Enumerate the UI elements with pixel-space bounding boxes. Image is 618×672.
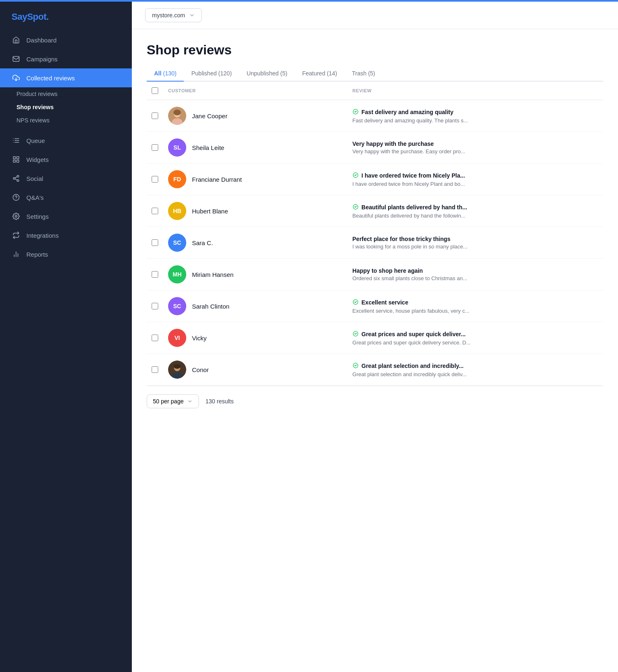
verified-icon bbox=[352, 362, 359, 370]
svg-point-19 bbox=[15, 215, 17, 218]
store-name: mystore.com bbox=[152, 12, 185, 19]
review-cell: Great plant selection and incredibly... … bbox=[347, 354, 603, 386]
review-body: I was looking for a moss pole in so many… bbox=[352, 244, 598, 250]
queue-label: Queue bbox=[26, 137, 45, 144]
review-body: Excellent service, house plants fabulous… bbox=[352, 308, 598, 314]
svg-point-25 bbox=[173, 110, 181, 115]
main-content: mystore.com Shop reviews All (130) Publi… bbox=[132, 2, 618, 672]
svg-point-29 bbox=[173, 364, 181, 369]
customer-name: Franciane Durrant bbox=[192, 176, 242, 183]
customer-cell: MH Miriam Hansen bbox=[168, 265, 342, 283]
sidebar-nav-item-collected-reviews[interactable]: Collected reviews bbox=[0, 68, 132, 87]
customer-cell: SL Sheila Leite bbox=[168, 138, 342, 157]
svg-line-15 bbox=[15, 179, 17, 180]
inbox-down-icon bbox=[12, 74, 21, 82]
share-icon bbox=[12, 175, 21, 182]
customer-cell: Conor bbox=[168, 361, 342, 379]
tab-published[interactable]: Published (120) bbox=[184, 66, 239, 82]
table-row: HB Hubert Blane Beautiful plants deliver… bbox=[147, 195, 603, 227]
sidebar-nav-item-social[interactable]: Social bbox=[0, 169, 132, 188]
bar-chart-icon bbox=[12, 251, 21, 258]
review-title: Very happy with the purchase bbox=[352, 140, 598, 147]
review-body: Great prices and super quick delivery se… bbox=[352, 340, 598, 346]
settings-label: Settings bbox=[26, 213, 49, 220]
review-body: Ordered six small plants close to Christ… bbox=[352, 275, 598, 281]
table-row: SC Sara C. Perfect place for those trick… bbox=[147, 227, 603, 259]
sidebar-nav-item-settings[interactable]: Settings bbox=[0, 207, 132, 226]
sidebar-nav-item-campaigns[interactable]: Campaigns bbox=[0, 49, 132, 68]
review-title: Beautiful plants delivered by hand th... bbox=[352, 204, 598, 211]
customer-cell: VI Vicky bbox=[168, 329, 342, 347]
row-checkbox[interactable] bbox=[152, 208, 158, 214]
tabs-bar: All (130) Published (120) Unpublished (5… bbox=[147, 66, 603, 82]
settings-icon bbox=[12, 213, 21, 220]
review-body: Very happy with the purchase. Easy order… bbox=[352, 148, 598, 155]
app-name: SaySpot bbox=[12, 12, 47, 22]
sidebar-sub-item-nps-reviews[interactable]: NPS reviews bbox=[0, 114, 132, 127]
review-cell: Very happy with the purchase Very happy … bbox=[347, 132, 603, 164]
page-title: Shop reviews bbox=[147, 42, 603, 58]
sidebar-nav-item-widgets[interactable]: Widgets bbox=[0, 150, 132, 169]
widgets-label: Widgets bbox=[26, 156, 49, 163]
select-all-checkbox[interactable] bbox=[152, 87, 158, 94]
review-cell: Happy to shop here again Ordered six sma… bbox=[347, 259, 603, 290]
sidebar-sub-item-product-reviews[interactable]: Product reviews bbox=[0, 87, 132, 101]
row-checkbox[interactable] bbox=[152, 271, 158, 278]
tab-all[interactable]: All (130) bbox=[147, 66, 184, 82]
row-checkbox[interactable] bbox=[152, 366, 158, 373]
sidebar-nav-item-queue[interactable]: Queue bbox=[0, 131, 132, 150]
avatar: VI bbox=[168, 329, 186, 347]
table-footer: 50 per page 130 results bbox=[147, 386, 603, 408]
customer-name: Sara C. bbox=[192, 239, 213, 246]
row-checkbox[interactable] bbox=[152, 144, 158, 151]
sidebar-nav-item-reports[interactable]: Reports bbox=[0, 245, 132, 264]
row-checkbox[interactable] bbox=[152, 335, 158, 341]
avatar: FD bbox=[168, 170, 186, 188]
review-title: Great prices and super quick deliver... bbox=[352, 330, 598, 338]
campaigns-label: Campaigns bbox=[26, 56, 58, 63]
integrations-icon bbox=[12, 232, 21, 239]
review-title: Great plant selection and incredibly... bbox=[352, 362, 598, 370]
help-circle-icon bbox=[12, 194, 21, 201]
tab-trash[interactable]: Trash (5) bbox=[344, 66, 382, 82]
review-title: Happy to shop here again bbox=[352, 267, 598, 274]
table-row: FD Franciane Durrant I have ordered twic… bbox=[147, 164, 603, 195]
review-cell: I have ordered twice from Nicely Pla... … bbox=[347, 164, 603, 195]
review-body: Fast delivery and amazing quality. The p… bbox=[352, 117, 598, 124]
sidebar-nav-item-dashboard[interactable]: Dashboard bbox=[0, 30, 132, 49]
list-icon bbox=[12, 137, 21, 144]
avatar: MH bbox=[168, 265, 186, 283]
svg-line-16 bbox=[15, 177, 17, 178]
avatar: SC bbox=[168, 297, 186, 315]
table-row: VI Vicky Great prices and super quick de… bbox=[147, 322, 603, 354]
row-checkbox[interactable] bbox=[152, 176, 158, 183]
row-checkbox[interactable] bbox=[152, 239, 158, 246]
avatar: HB bbox=[168, 202, 186, 220]
svg-rect-0 bbox=[13, 56, 19, 61]
sidebar-nav-item-qas[interactable]: Q&A's bbox=[0, 188, 132, 207]
store-selector[interactable]: mystore.com bbox=[145, 8, 202, 22]
app-logo: SaySpot. bbox=[0, 2, 132, 30]
review-title: Excellent service bbox=[352, 299, 598, 307]
svg-rect-8 bbox=[13, 157, 15, 159]
per-page-selector[interactable]: 50 per page bbox=[147, 394, 199, 408]
customer-name: Vicky bbox=[192, 335, 207, 342]
tab-featured[interactable]: Featured (14) bbox=[295, 66, 344, 82]
customer-cell: FD Franciane Durrant bbox=[168, 170, 342, 188]
review-column-header: REVIEW bbox=[347, 82, 603, 100]
row-checkbox[interactable] bbox=[152, 303, 158, 309]
verified-icon bbox=[352, 204, 359, 211]
social-label: Social bbox=[26, 175, 43, 182]
sidebar-nav-item-integrations[interactable]: Integrations bbox=[0, 226, 132, 245]
table-row: SC Sarah Clinton Excellent service Excel… bbox=[147, 290, 603, 322]
chevron-down-icon bbox=[189, 12, 195, 18]
avatar: SC bbox=[168, 234, 186, 252]
sidebar-sub-item-shop-reviews[interactable]: Shop reviews bbox=[0, 101, 132, 114]
svg-rect-9 bbox=[17, 157, 19, 159]
verified-icon bbox=[352, 330, 359, 338]
tab-unpublished[interactable]: Unpublished (5) bbox=[239, 66, 295, 82]
customer-column-header: CUSTOMER bbox=[163, 82, 347, 100]
avatar bbox=[168, 107, 186, 125]
verified-icon bbox=[352, 172, 359, 180]
row-checkbox[interactable] bbox=[152, 112, 158, 119]
